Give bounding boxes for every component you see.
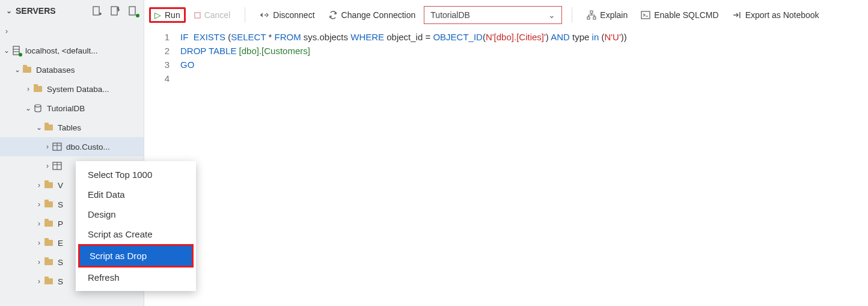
- tree-connection-label: localhost, <default...: [25, 46, 97, 55]
- svg-rect-3: [111, 7, 117, 15]
- run-button[interactable]: ▷ Run: [149, 7, 186, 23]
- chevron-down-icon: ⌄: [24, 104, 32, 112]
- sync-icon: [328, 10, 338, 20]
- chevron-right-icon: ›: [35, 219, 43, 228]
- chevron-right-icon: ›: [35, 200, 43, 209]
- chevron-right-icon: ›: [24, 85, 32, 93]
- svg-rect-19: [739, 12, 741, 18]
- chevron-down-icon: ⌄: [35, 123, 43, 132]
- tree-system-databases[interactable]: › System Databa...: [0, 79, 144, 99]
- context-menu: Select Top 1000 Edit Data Design Script …: [76, 161, 196, 291]
- svg-point-8: [35, 105, 41, 107]
- separator: [572, 7, 572, 23]
- tree-table-custo-label: dbo.Custo...: [66, 142, 110, 151]
- database-selector[interactable]: TutorialDB ⌄: [424, 6, 562, 24]
- ctx-script-as-drop-wrap: Script as Drop: [76, 244, 196, 268]
- disconnect-icon: [260, 10, 269, 20]
- tree-item-label: E: [58, 239, 63, 248]
- export-notebook-button[interactable]: Export as Notebook: [727, 8, 824, 22]
- tree-root[interactable]: ›: [0, 22, 144, 41]
- export-icon: [732, 10, 742, 20]
- stop-icon: [194, 12, 201, 19]
- enable-sqlcmd-button[interactable]: Enable SQLCMD: [636, 8, 723, 22]
- tree-connection[interactable]: ⌄ localhost, <default...: [0, 41, 144, 60]
- table-icon: [52, 161, 63, 171]
- folder-icon: [43, 257, 54, 268]
- folder-icon: [43, 199, 54, 210]
- folder-icon: [43, 237, 54, 248]
- sidebar-title[interactable]: ⌄ SERVERS: [5, 6, 91, 16]
- tree-item-label: S: [58, 258, 63, 267]
- ctx-edit-data[interactable]: Edit Data: [76, 185, 196, 204]
- ctx-script-as-create[interactable]: Script as Create: [76, 224, 196, 244]
- change-connection-button[interactable]: Change Connection: [323, 8, 421, 22]
- cancel-button[interactable]: Cancel: [189, 8, 236, 22]
- database-selector-value: TutorialDB: [430, 10, 470, 20]
- svg-rect-17: [593, 17, 596, 19]
- editor-content[interactable]: IF EXISTS (SELECT * FROM sys.objects WHE…: [180, 30, 868, 306]
- tree-tables-label: Tables: [58, 123, 81, 132]
- new-query-icon[interactable]: [109, 5, 121, 17]
- ctx-design[interactable]: Design: [76, 204, 196, 224]
- chevron-right-icon: ›: [43, 162, 52, 170]
- ctx-script-as-drop[interactable]: Script as Drop: [78, 244, 194, 268]
- explain-button[interactable]: Explain: [582, 8, 632, 22]
- line-number: 3: [144, 58, 170, 72]
- sidebar-header-icons: [91, 5, 139, 17]
- svg-rect-15: [590, 11, 593, 13]
- tree-item-label: V: [58, 181, 63, 190]
- ctx-select-top-1000[interactable]: Select Top 1000: [76, 165, 196, 185]
- explain-label: Explain: [600, 10, 628, 20]
- chevron-right-icon: ›: [35, 277, 43, 286]
- chevron-right-icon: ›: [43, 142, 52, 151]
- ctx-refresh[interactable]: Refresh: [76, 268, 196, 287]
- change-connection-label: Change Connection: [341, 10, 416, 20]
- server-icon: [11, 45, 22, 56]
- refresh-icon[interactable]: [127, 5, 139, 17]
- tree-item-label: S: [58, 277, 63, 286]
- sqlcmd-icon: [641, 10, 650, 20]
- folder-icon: [22, 64, 32, 75]
- disconnect-button[interactable]: Disconnect: [255, 8, 319, 22]
- sql-editor[interactable]: 1 2 3 4 IF EXISTS (SELECT * FROM sys.obj…: [144, 30, 868, 306]
- svg-rect-16: [587, 17, 590, 19]
- tree-tutorialdb[interactable]: ⌄ TutorialDB: [0, 99, 144, 118]
- line-number: 4: [144, 72, 170, 85]
- chevron-right-icon: ›: [35, 258, 43, 266]
- chevron-down-icon: ⌄: [13, 66, 22, 74]
- table-icon: [52, 141, 63, 152]
- tree-tables[interactable]: ⌄ Tables: [0, 118, 144, 137]
- svg-rect-4: [129, 7, 135, 15]
- svg-rect-0: [93, 7, 99, 15]
- tree-databases[interactable]: ⌄ Databases: [0, 60, 144, 79]
- chevron-down-icon: ⌄: [5, 7, 13, 15]
- line-number: 1: [144, 30, 170, 44]
- folder-icon: [43, 122, 54, 133]
- folder-icon: [43, 180, 54, 191]
- tree-item-label: S: [58, 200, 63, 209]
- status-dot: [136, 14, 139, 17]
- sidebar-header: ⌄ SERVERS: [0, 0, 144, 22]
- explain-icon: [587, 10, 596, 20]
- status-dot: [19, 53, 22, 57]
- tree-databases-label: Databases: [36, 66, 75, 75]
- query-toolbar: ▷ Run Cancel Disconnect Change Connectio…: [144, 0, 868, 30]
- sidebar-title-text: SERVERS: [16, 6, 56, 16]
- tree-systemdb-label: System Databa...: [47, 85, 109, 94]
- run-label: Run: [165, 10, 180, 20]
- tree-table-customers[interactable]: › dbo.Custo...: [0, 137, 144, 156]
- chevron-right-icon: ›: [35, 181, 43, 189]
- chevron-right-icon: ›: [35, 239, 43, 247]
- cancel-label: Cancel: [204, 10, 231, 20]
- database-icon: [32, 103, 43, 114]
- export-notebook-label: Export as Notebook: [745, 10, 819, 20]
- new-connection-icon[interactable]: [91, 5, 103, 17]
- folder-icon: [43, 276, 54, 287]
- tree-item-label: P: [58, 219, 63, 228]
- tree-tutorialdb-label: TutorialDB: [47, 104, 85, 113]
- disconnect-label: Disconnect: [273, 10, 314, 20]
- enable-sqlcmd-label: Enable SQLCMD: [654, 10, 718, 20]
- chevron-right-icon: ›: [2, 27, 11, 35]
- folder-icon: [43, 218, 54, 229]
- play-icon: ▷: [154, 10, 161, 20]
